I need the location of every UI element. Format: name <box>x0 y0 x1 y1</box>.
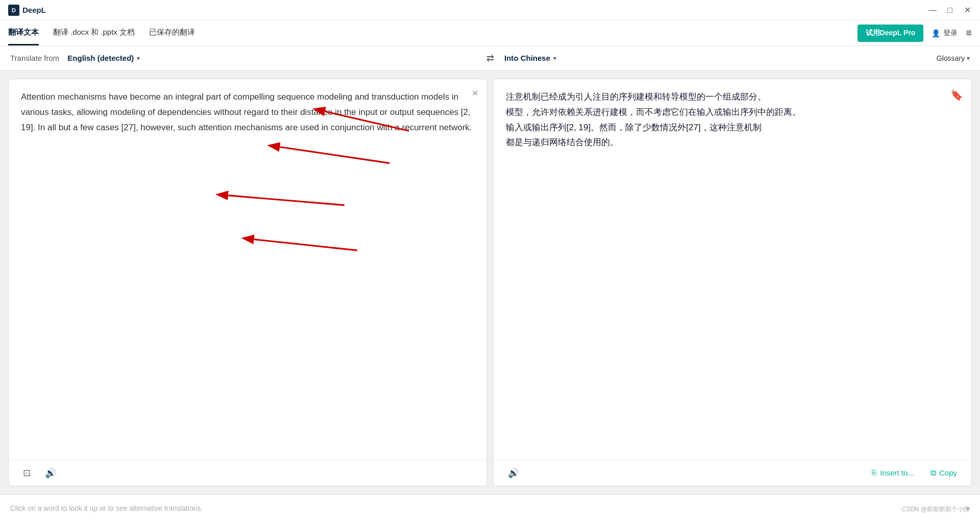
svg-line-4 <box>254 240 357 251</box>
clear-source-button[interactable]: ✕ <box>472 86 478 100</box>
menu-button[interactable]: ≡ <box>966 27 972 39</box>
tab-translate-docs[interactable]: 翻译 .docx 和 .pptx 文档 <box>53 20 135 45</box>
try-pro-button[interactable]: 试用DeepL Pro <box>857 25 924 42</box>
target-content: 🔖 注意机制已经成为引人注目的序列建模和转导模型的一个组成部分。 模型，允许对依… <box>494 79 971 459</box>
language-bar: Translate from English (detected) ▾ ⇄ In… <box>0 46 980 70</box>
target-panel-footer: 🔊 ⎘ Insert to... ⧉ Copy <box>494 459 971 486</box>
target-lang-selector: Into Chinese ▾ Glossary ▾ <box>504 54 970 62</box>
maximize-button[interactable]: □ <box>945 6 954 15</box>
target-speaker-button[interactable]: 🔊 <box>504 465 523 481</box>
glossary-dropdown[interactable]: Glossary ▾ <box>937 54 970 62</box>
titlebar: D DeepL — □ ✕ <box>0 0 980 20</box>
translation-panels: ✕ Attention mechanisms have become an in… <box>0 70 980 494</box>
copy-label: Copy <box>939 468 957 477</box>
copy-icon: ⧉ <box>930 468 936 478</box>
bookmark-button[interactable]: 🔖 <box>950 86 963 104</box>
app-name: DeepL <box>22 6 46 14</box>
navbar: 翻译文本 翻译 .docx 和 .pptx 文档 已保存的翻译 试用DeepL … <box>0 20 980 46</box>
insert-icon: ⎘ <box>872 468 877 478</box>
window-controls: — □ ✕ <box>928 6 972 15</box>
navbar-actions: 试用DeepL Pro 👤 登录 ≡ <box>857 25 972 42</box>
screenshot-button[interactable]: ⊡ <box>19 465 35 481</box>
watermark: CSDN @那那那那个小陈 <box>901 505 970 514</box>
source-content: ✕ Attention mechanisms have become an in… <box>9 79 486 459</box>
source-panel-footer: ⊡ 🔊 <box>9 459 486 486</box>
target-language-value: Into Chinese <box>504 54 550 62</box>
deepl-icon: D <box>8 5 19 16</box>
source-speaker-icon: 🔊 <box>45 467 56 479</box>
target-language-dropdown[interactable]: Into Chinese ▾ <box>504 54 556 62</box>
glossary-chevron-icon: ▾ <box>967 55 970 62</box>
insert-to-button[interactable]: ⎘ Insert to... <box>868 466 918 480</box>
login-button[interactable]: 👤 登录 <box>932 29 958 38</box>
source-chevron-icon: ▾ <box>137 55 140 62</box>
target-chevron-icon: ▾ <box>553 55 556 62</box>
insert-label: Insert to... <box>880 468 914 477</box>
target-text: 注意机制已经成为引人注目的序列建模和转导模型的一个组成部分。 模型，允许对依赖关… <box>506 89 959 150</box>
translate-area: Translate from English (detected) ▾ ⇄ In… <box>0 46 980 521</box>
close-button[interactable]: ✕ <box>963 6 972 15</box>
app-logo: D DeepL <box>8 5 46 16</box>
bottom-hint-text: Click on a word to look it up or to see … <box>10 504 203 512</box>
translate-from-label: Translate from <box>10 54 59 62</box>
svg-line-2 <box>280 147 389 163</box>
nav-tabs: 翻译文本 翻译 .docx 和 .pptx 文档 已保存的翻译 <box>8 20 195 45</box>
source-lang-selector: Translate from English (detected) ▾ <box>10 54 476 62</box>
bottom-bar: Click on a word to look it up or to see … <box>0 494 980 521</box>
swap-languages-button[interactable]: ⇄ <box>481 53 499 64</box>
target-speaker-icon: 🔊 <box>508 467 519 479</box>
copy-button[interactable]: ⧉ Copy <box>926 466 961 480</box>
minimize-button[interactable]: — <box>928 6 937 15</box>
source-language-dropdown[interactable]: Translate from English (detected) ▾ <box>10 54 140 62</box>
screenshot-icon: ⊡ <box>23 467 31 479</box>
source-text: Attention mechanisms have become an inte… <box>21 89 474 135</box>
source-language-value: English (detected) <box>67 54 134 62</box>
source-speaker-button[interactable]: 🔊 <box>41 465 60 481</box>
annotation-arrows <box>9 79 486 459</box>
svg-line-3 <box>228 196 345 205</box>
target-panel-actions: ⎘ Insert to... ⧉ Copy <box>868 466 961 480</box>
user-icon: 👤 <box>932 29 940 37</box>
target-panel: 🔖 注意机制已经成为引人注目的序列建模和转导模型的一个组成部分。 模型，允许对依… <box>493 79 972 486</box>
tab-saved[interactable]: 已保存的翻译 <box>149 20 195 45</box>
tab-translate-text[interactable]: 翻译文本 <box>8 20 39 45</box>
source-panel: ✕ Attention mechanisms have become an in… <box>8 79 487 486</box>
